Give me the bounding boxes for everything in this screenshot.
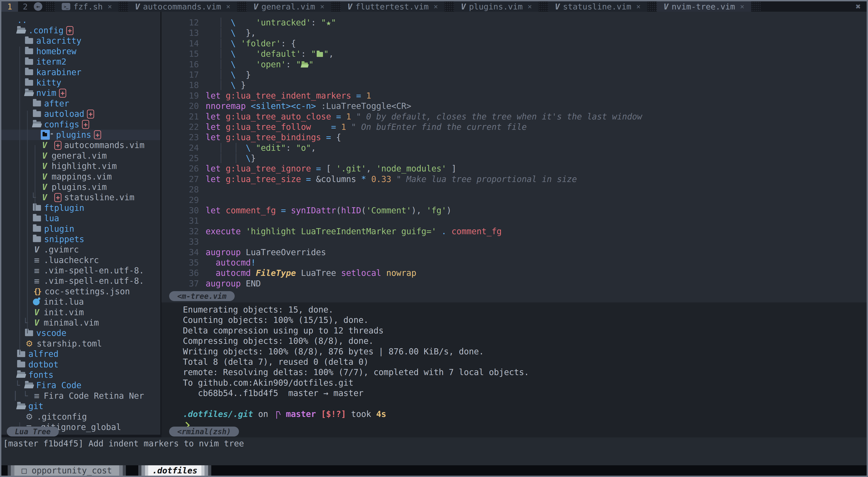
tab-close-icon[interactable]: × [434,2,438,11]
text-segment [206,18,221,28]
code-editor[interactable]: 12 ▏ \ 'untracked': "★"13 ▏ \ },14 ▏ \ '… [161,12,867,302]
tree-item-autoload[interactable]: autoload+ [1,109,160,119]
text-segment: ] [446,164,457,173]
tab-nvim-tree.vim[interactable]: Vnvim-tree.vim× [657,1,751,12]
tab-close-icon[interactable]: × [226,2,230,11]
text-segment: ( [336,206,341,215]
terminal-line: cb68b54..f1bd4f5 master → master [183,388,867,399]
text-segment [331,112,336,122]
text-segment: = [331,122,336,132]
lines-icon: ≡ [33,255,40,265]
tree-item-init.lua[interactable]: init.lua [1,297,160,307]
tree-item-Fira-Code[interactable]: └ Fira Code [1,380,160,390]
tree-item-vscode[interactable]: vscode [1,328,160,338]
text-segment: ▏ [236,143,241,153]
tree-item-after[interactable]: after [1,98,160,109]
tabpage-2[interactable]: 2 [18,1,32,12]
tab-plugins.vim[interactable]: Vplugins.vim× [454,1,538,12]
tree-item-snippets[interactable]: snippets [1,234,160,244]
tab-close-icon[interactable]: × [636,2,641,11]
vim-icon: V [253,2,258,11]
tree-item-init.vim[interactable]: Vinit.vim [1,307,160,317]
tab-autocommands.vim[interactable]: Vautocommands.vim× [128,1,237,12]
tree-item-kitty[interactable]: kitty [1,77,160,88]
tab-close-icon[interactable]: × [320,2,324,11]
text-segment [286,206,291,215]
vim-green-icon: V [41,193,49,202]
tree-item-ftplugin[interactable]: ftplugin [1,203,160,213]
tree-item-..[interactable]: .. [1,15,160,25]
tree-item-.vim-spell-en.utf-8.[interactable]: ≡.vim-spell-en.utf-8. [1,265,160,276]
branch-icon [274,411,280,419]
tree-item-statusline.vim[interactable]: └ V+statusline.vim [1,192,160,203]
tabpage-1[interactable]: 1 [1,1,18,12]
text-segment: \ [230,80,236,90]
tab-close-icon[interactable]: × [528,2,532,11]
tree-item-.gitconfig[interactable]: ⚙.gitconfig [1,411,160,422]
tree-item-highlight.vim[interactable]: Vhighlight.vim [1,161,160,171]
tree-item-alfred[interactable]: alfred [1,349,160,359]
code-line: 29 [161,195,867,205]
tree-item-.config[interactable]: .config+ [1,25,160,36]
terminal-panel[interactable]: Enumerating objects: 15, done.Counting o… [161,302,867,437]
text-segment: " [323,49,329,59]
close-all-icon[interactable]: ✖ [856,2,867,11]
tab-fzf.sh[interactable]: >_fzf.sh× [55,1,119,12]
code-line: 18 ▏ \ } [161,80,867,91]
code-line: 22let g:lua_tree_follow = 1 " On bufEnte… [161,122,867,132]
text-segment: comment_fg [452,227,502,236]
tree-item-label: homebrew [36,46,76,56]
tab-close-icon[interactable]: × [740,2,744,11]
tree-item-general.vim[interactable]: Vgeneral.vim [1,150,160,161]
tree-item-git[interactable]: git [1,401,160,411]
tree-item-iterm2[interactable]: iterm2 [1,57,160,67]
text-segment: \ [230,70,236,80]
tree-item-configs[interactable]: configs+ [1,119,160,130]
tree-connector: │ └ [13,391,33,401]
tree-item-homebrew[interactable]: homebrew [1,46,160,57]
tmux-window--opportunity-cost[interactable]: □ opportunity_cost [8,465,126,476]
tree-indent-guide [19,46,20,355]
scroll-left-icon[interactable]: ← [34,2,42,11]
tree-item-autocommands.vim[interactable]: V+autocommands.vim [1,140,160,150]
line-number: 27 [161,174,199,184]
text-segment: ▏ [221,154,226,163]
tree-item-plugin[interactable]: plugin [1,224,160,234]
tree-item-alacritty[interactable]: alacritty [1,36,160,46]
text-segment: setlocal [341,268,381,278]
text-segment: * [361,174,366,184]
tree-item-.vim-spell-en.utf-8.[interactable]: ≡.vim-spell-en.utf-8. [1,276,160,286]
tab-general.vim[interactable]: Vgeneral.vim× [247,1,331,12]
tmux-window-.dotfiles[interactable]: .dotfiles [138,465,211,476]
text-segment: \ [230,28,236,38]
tree-item-lua[interactable]: lua [1,213,160,224]
tree-item-mappings.vim[interactable]: Vmappings.vim [1,171,160,182]
text-segment [206,70,221,80]
tab-fluttertest.vim[interactable]: Vfluttertest.vim× [341,1,444,12]
tree-item-label: plugins.vim [52,182,107,192]
text-segment [221,174,226,184]
tree-item-dotbot[interactable]: dotbot [1,359,160,370]
tree-item-nvim[interactable]: nvim+ [1,88,160,98]
tab-label: statusline.vim [563,2,631,11]
tree-item-fonts[interactable]: fonts [1,370,160,380]
tree-item-coc-settings.json[interactable]: {}coc-settings.json [1,286,160,297]
tab-statusline.vim[interactable]: Vstatusline.vim× [548,1,647,12]
tab-label: fluttertest.vim [355,2,429,11]
tree-item-minimal.vim[interactable]: └ Vminimal.vim [1,317,160,328]
text-segment [206,258,216,268]
tree-item-Fira-Code-Retina-Ner[interactable]: │ └ ≡Fira Code Retina Ner [1,390,160,401]
tree-item-label: general.vim [52,151,107,161]
terminal-line: Compressing objects: 100% (8/8), done. [183,336,867,346]
tree-item-.gvimrc[interactable]: V.gvimrc [1,245,160,255]
tree-item-karabiner[interactable]: karabiner [1,67,160,77]
tree-item-.luacheckrc[interactable]: ≡.luacheckrc [1,255,160,265]
tree-item-starship.toml[interactable]: ⚙starship.toml [1,338,160,349]
tree-item-label: Fira Code Retina Ner [44,391,144,401]
tab-close-icon[interactable]: × [107,2,112,11]
text-segment: Delta compression using up to 12 threads [183,326,383,336]
tree-item-plugins[interactable]: plugins+ [1,130,160,140]
tree-item-plugins.vim[interactable]: Vplugins.vim [1,182,160,192]
tree-item-label: mappings.vim [52,172,112,181]
text-segment: Writing objects: 100% (8/8), 876 bytes |… [183,347,484,356]
